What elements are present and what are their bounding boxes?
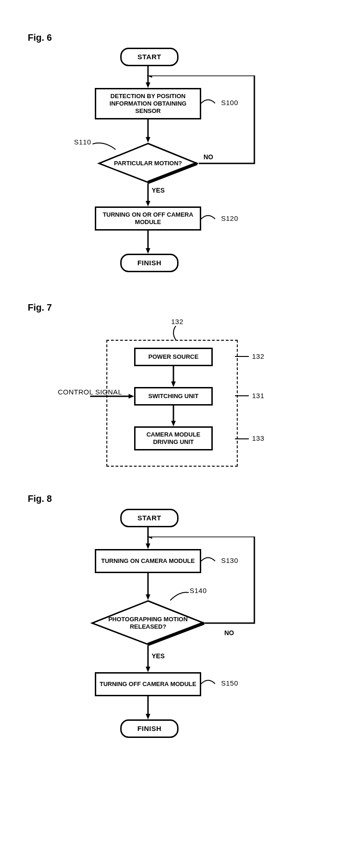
fig6-finish: FINISH — [120, 254, 179, 272]
fig7-driving: CAMERA MODULE DRIVING UNIT — [134, 426, 213, 450]
svg-marker-15 — [171, 421, 176, 426]
fig6-s110-ref: S110 — [74, 138, 91, 146]
fig7-power-ref: 132 — [252, 352, 265, 360]
svg-marker-11 — [171, 381, 176, 387]
fig8-label: Fig. 8 — [28, 493, 311, 504]
fig8-s150-text: TURNING OFF CAMERA MODULE — [100, 681, 197, 688]
fig8-no-path — [146, 537, 261, 629]
fig8-no: NO — [224, 629, 234, 637]
fig7-diagram: 132 POWER SOURCE 132 SWITCHING UNIT 131 … — [46, 318, 311, 480]
fig7-driving-ref: 133 — [252, 434, 265, 442]
fig7-power: POWER SOURCE — [134, 348, 213, 366]
fig6-arrow-dec-s120 — [146, 183, 153, 206]
fig7-group-ref: 132 — [171, 318, 184, 325]
fig6-s120-brace — [201, 212, 220, 226]
fig8-arrow-s150-finish — [146, 696, 153, 719]
fig6-s120: TURNING ON OR OFF CAMERA MODULE — [95, 206, 201, 231]
fig7-drv-leader — [235, 433, 251, 445]
svg-marker-21 — [147, 537, 152, 539]
fig7-group-leader — [169, 326, 183, 340]
fig6-yes: YES — [152, 187, 165, 194]
fig8-diagram: START TURNING ON CAMERA MODULE S130 S140… — [46, 509, 311, 754]
fig7-switching-ref: 131 — [252, 392, 265, 400]
fig6-no-path — [146, 75, 261, 168]
svg-marker-7 — [146, 201, 150, 206]
fig6-s120-ref: S120 — [221, 214, 238, 222]
fig7-label: Fig. 7 — [28, 302, 311, 313]
fig6-start: START — [120, 48, 179, 66]
fig6-arrow-s120-finish — [146, 231, 153, 254]
svg-marker-9 — [146, 248, 150, 254]
fig8-s150-brace — [201, 677, 220, 691]
svg-marker-23 — [146, 667, 150, 672]
fig8-s150: TURNING OFF CAMERA MODULE — [95, 672, 201, 696]
fig8-yes: YES — [152, 652, 165, 660]
fig7-switching: SWITCHING UNIT — [134, 387, 213, 406]
fig7-sw-leader — [235, 390, 251, 402]
fig7-ctrl-arrow — [90, 393, 136, 400]
svg-marker-13 — [129, 394, 134, 399]
svg-marker-25 — [146, 714, 150, 719]
fig6-diagram: START DETECTION BY POSITION INFORMATION … — [46, 48, 311, 288]
fig7-switching-text: SWITCHING UNIT — [148, 393, 198, 400]
fig7-arrow-sw-drv — [171, 406, 179, 426]
fig8-finish: FINISH — [120, 719, 179, 738]
fig6-s120-text: TURNING ON OR OFF CAMERA MODULE — [99, 211, 197, 226]
fig6-label: Fig. 6 — [28, 32, 311, 43]
fig7-driving-text: CAMERA MODULE DRIVING UNIT — [138, 431, 209, 446]
fig7-arrow-power-sw — [171, 366, 179, 387]
fig7-power-leader — [235, 351, 251, 362]
svg-marker-5 — [147, 75, 152, 78]
fig7-power-text: POWER SOURCE — [148, 353, 198, 361]
fig8-start: START — [120, 509, 179, 527]
fig8-s150-ref: S150 — [221, 679, 238, 687]
fig8-arrow-dec-s150 — [146, 645, 153, 672]
